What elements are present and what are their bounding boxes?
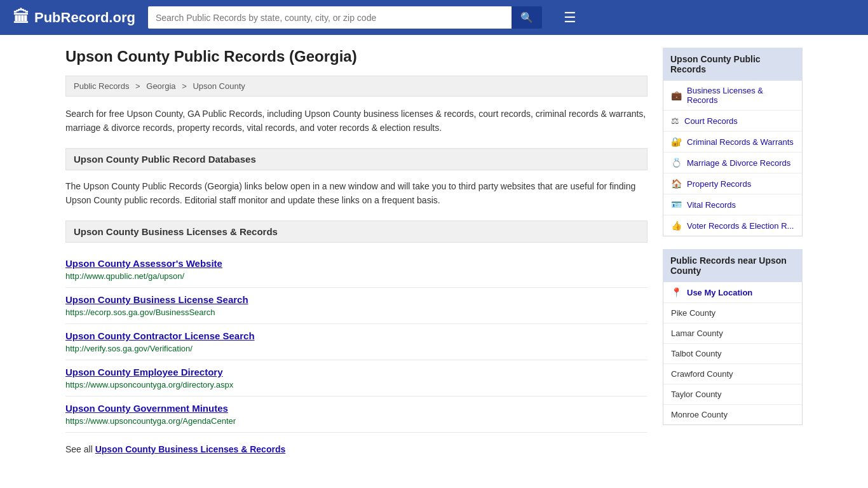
databases-section-header: Upson County Public Record Databases <box>65 148 648 170</box>
sidebar-item-voter-records[interactable]: 👍 Voter Records & Election R... <box>663 215 802 236</box>
record-url-5: https://www.upsoncountyga.org/AgendaCent… <box>65 416 236 426</box>
sidebar-nearby-lamar[interactable]: Lamar County <box>663 323 802 344</box>
search-icon: 🔍 <box>520 12 533 23</box>
search-input[interactable] <box>148 6 512 29</box>
sidebar-nearby-taylor[interactable]: Taylor County <box>663 384 802 405</box>
breadcrumb: Public Records > Georgia > Upson County <box>65 76 648 97</box>
monroe-county-label: Monroe County <box>671 410 728 419</box>
house-icon: 🏠 <box>671 179 682 189</box>
id-icon: 🪪 <box>671 200 682 210</box>
hamburger-icon: ☰ <box>564 10 576 25</box>
sidebar-item-label: Court Records <box>684 116 738 126</box>
record-url-3: http://verify.sos.ga.gov/Verification/ <box>65 344 193 353</box>
sidebar-item-business-licenses[interactable]: 💼 Business Licenses & Records <box>663 81 802 111</box>
logo-text: PubRecord.org <box>34 10 135 26</box>
record-entry: Upson County Assessor's Website http://w… <box>65 252 648 288</box>
lock-icon: 🔐 <box>671 137 682 147</box>
sidebar-item-label: Marriage & Divorce Records <box>687 158 790 168</box>
menu-button[interactable]: ☰ <box>559 7 581 29</box>
sidebar-item-label: Property Records <box>687 179 751 189</box>
content-area: Upson County Public Records (Georgia) Pu… <box>65 48 648 454</box>
breadcrumb-georgia[interactable]: Georgia <box>146 81 175 91</box>
breadcrumb-upson-county[interactable]: Upson County <box>193 81 245 91</box>
scales-icon: ⚖ <box>671 116 679 126</box>
record-title-1[interactable]: Upson County Assessor's Website <box>65 258 648 269</box>
record-url-2: https://ecorp.sos.ga.gov/BusinessSearch <box>65 308 215 317</box>
sidebar-nearby-crawford[interactable]: Crawford County <box>663 364 802 384</box>
sidebar-nearby-talbot[interactable]: Talbot County <box>663 344 802 364</box>
search-button[interactable]: 🔍 <box>512 6 542 29</box>
crawford-county-label: Crawford County <box>671 369 733 379</box>
search-form: 🔍 <box>148 6 542 29</box>
sidebar-public-records-header: Upson County Public Records <box>663 48 803 81</box>
page-description: Search for free Upson County, GA Public … <box>65 107 648 135</box>
use-my-location-label: Use My Location <box>687 288 752 297</box>
logo-icon: 🏛 <box>13 8 29 27</box>
sidebar-item-property-records[interactable]: 🏠 Property Records <box>663 173 802 194</box>
lamar-county-label: Lamar County <box>671 329 723 338</box>
sidebar-public-records-items: 💼 Business Licenses & Records ⚖ Court Re… <box>663 81 803 236</box>
business-section-header: Upson County Business Licenses & Records <box>65 220 648 243</box>
header: 🏛 PubRecord.org 🔍 ☰ <box>0 0 868 35</box>
sidebar: Upson County Public Records 💼 Business L… <box>663 48 803 454</box>
breadcrumb-public-records[interactable]: Public Records <box>74 81 129 91</box>
page-title: Upson County Public Records (Georgia) <box>65 48 648 65</box>
ring-icon: 💍 <box>671 158 682 168</box>
sidebar-item-label: Business Licenses & Records <box>687 86 794 105</box>
record-entry: Upson County Employee Directory https://… <box>65 360 648 396</box>
sidebar-item-criminal-records[interactable]: 🔐 Criminal Records & Warrants <box>663 132 802 152</box>
sidebar-item-label: Voter Records & Election R... <box>687 221 794 231</box>
main-container: Upson County Public Records (Georgia) Pu… <box>53 35 815 467</box>
record-title-3[interactable]: Upson County Contractor License Search <box>65 330 648 341</box>
sidebar-nearby-monroe[interactable]: Monroe County <box>663 405 802 424</box>
breadcrumb-sep-1: > <box>135 81 142 91</box>
databases-description: The Upson County Public Records (Georgia… <box>65 179 648 208</box>
briefcase-icon: 💼 <box>671 90 682 100</box>
record-entry: Upson County Government Minutes https://… <box>65 396 648 433</box>
logo-area[interactable]: 🏛 PubRecord.org <box>13 8 135 27</box>
record-title-2[interactable]: Upson County Business License Search <box>65 294 648 305</box>
record-url-4: https://www.upsoncountyga.org/directory.… <box>65 380 233 390</box>
taylor-county-label: Taylor County <box>671 390 721 399</box>
see-all-link[interactable]: Upson County Business Licenses & Records <box>95 444 286 454</box>
sidebar-nearby-pike[interactable]: Pike County <box>663 303 802 323</box>
breadcrumb-sep-2: > <box>182 81 189 91</box>
sidebar-item-label: Criminal Records & Warrants <box>687 137 794 147</box>
thumbsup-icon: 👍 <box>671 220 682 231</box>
sidebar-item-marriage-records[interactable]: 💍 Marriage & Divorce Records <box>663 152 802 173</box>
see-all: See all Upson County Business Licenses &… <box>65 439 648 454</box>
see-all-prefix: See all <box>65 444 95 454</box>
talbot-county-label: Talbot County <box>671 349 722 358</box>
record-title-4[interactable]: Upson County Employee Directory <box>65 367 648 377</box>
record-entry: Upson County Contractor License Search h… <box>65 324 648 360</box>
sidebar-item-court-records[interactable]: ⚖ Court Records <box>663 111 802 132</box>
sidebar-nearby-items: 📍 Use My Location Pike County Lamar Coun… <box>663 282 803 425</box>
pike-county-label: Pike County <box>671 308 715 318</box>
sidebar-item-vital-records[interactable]: 🪪 Vital Records <box>663 194 802 215</box>
sidebar-item-label: Vital Records <box>687 200 736 210</box>
sidebar-nearby-section: Public Records near Upson County 📍 Use M… <box>663 249 803 425</box>
sidebar-public-records-section: Upson County Public Records 💼 Business L… <box>663 48 803 236</box>
record-title-5[interactable]: Upson County Government Minutes <box>65 403 648 414</box>
sidebar-nearby-header: Public Records near Upson County <box>663 249 803 282</box>
record-entry: Upson County Business License Search htt… <box>65 288 648 324</box>
record-url-1: http://www.qpublic.net/ga/upson/ <box>65 271 184 281</box>
sidebar-use-location[interactable]: 📍 Use My Location <box>663 282 802 303</box>
location-icon: 📍 <box>671 287 682 297</box>
